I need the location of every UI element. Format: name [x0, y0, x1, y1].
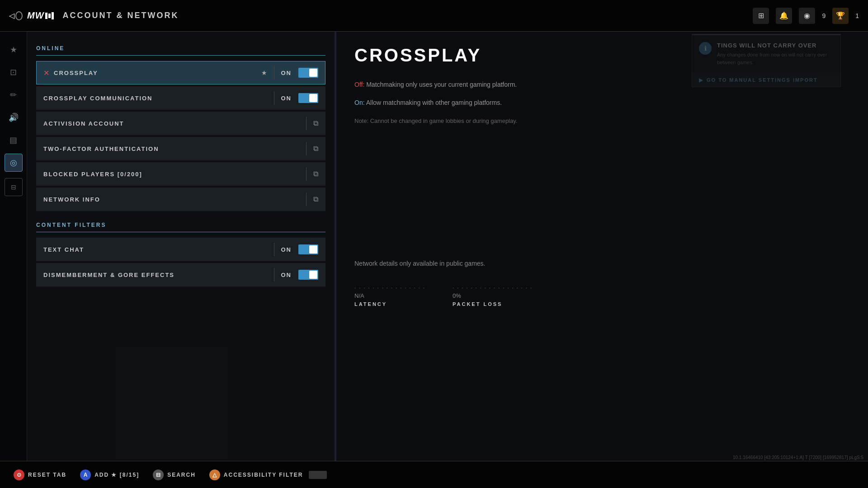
- latency-value: N/A: [354, 292, 364, 299]
- add-favorite-label: ADD ★ [8/15]: [94, 472, 139, 478]
- crossplay-comm-toggle[interactable]: [298, 93, 318, 103]
- external-link-icon: ⧉: [313, 145, 318, 153]
- divider: [274, 66, 274, 80]
- header: ◁ MW ACCOUNT & NETWORK ⊞ 🔔 ◉ 9 🏆 1: [0, 0, 868, 32]
- crossplay-row[interactable]: ✕ CROSSPLAY ★ ON: [36, 61, 326, 84]
- reset-tab-action[interactable]: ⊙ RESET TAB: [14, 469, 66, 480]
- packet-label: PACKET LOSS: [453, 301, 533, 307]
- divider: [274, 268, 274, 282]
- page-title: ACCOUNT & NETWORK: [63, 11, 179, 20]
- latency-label: LATENCY: [354, 301, 425, 307]
- dismemberment-row[interactable]: DISMEMBERMENT & GORE EFFECTS ON: [36, 263, 326, 286]
- off-label: Off:: [354, 81, 364, 88]
- debug-info: 10.1.16466410 [43:205:10124+1:A] T [7200…: [733, 455, 863, 460]
- network-stats: - - - - - - - - - - - - - - - - N/A LATE…: [354, 285, 850, 307]
- text-chat-value: ON: [281, 246, 292, 253]
- trophy-count: 1: [855, 12, 859, 19]
- sidebar: ★ ⊡ ✏ 🔊 ▤ ◎ ⊟: [0, 32, 27, 461]
- external-link-icon: ⧉: [313, 119, 318, 127]
- sidebar-item-hud[interactable]: ✏: [5, 86, 23, 104]
- header-controls: ⊞ 🔔 ◉ 9 🏆 1: [753, 8, 859, 24]
- add-favorite-action[interactable]: A ADD ★ [8/15]: [80, 469, 139, 480]
- text-chat-toggle[interactable]: [298, 244, 318, 254]
- sidebar-item-audio[interactable]: 🔊: [5, 108, 23, 127]
- accessibility-action[interactable]: △ ACCESSIBILITY FILTER: [209, 469, 327, 480]
- bottom-bar: ⊙ RESET TAB A ADD ★ [8/15] ⊟ SEARCH △ AC…: [0, 461, 868, 488]
- dismemberment-label: DISMEMBERMENT & GORE EFFECTS: [43, 272, 267, 278]
- crossplay-value: ON: [281, 70, 292, 76]
- crossplay-comm-label: CROSSPLAY COMMUNICATION: [43, 95, 267, 102]
- network-info-row[interactable]: NETWORK INFO ⧉: [36, 188, 326, 211]
- info-panel-title: CROSSPLAY: [354, 45, 850, 66]
- blocked-players-row[interactable]: BLOCKED PLAYERS [0/200] ⧉: [36, 162, 326, 186]
- text-chat-row[interactable]: TEXT CHAT ON: [36, 238, 326, 261]
- packet-value: 0%: [453, 292, 533, 299]
- game-logo: MW: [27, 10, 54, 21]
- notification-button[interactable]: 🔔: [776, 8, 792, 24]
- toggle-knob: [309, 94, 317, 102]
- settings-panel: ONLINE ✕ CROSSPLAY ★ ON CROSSPLAY COMMUN…: [27, 32, 335, 461]
- menu-button[interactable]: ⊞: [753, 8, 769, 24]
- network-available-text: Network details only available in public…: [354, 260, 850, 267]
- add-button-icon: A: [80, 469, 91, 480]
- toggle-knob: [309, 69, 317, 77]
- crossplay-toggle[interactable]: [298, 68, 318, 78]
- logo-bars: [45, 12, 54, 19]
- accessibility-label: ACCESSIBILITY FILTER: [224, 472, 303, 478]
- dismemberment-toggle[interactable]: [298, 270, 318, 280]
- info-panel: CROSSPLAY Off: Matchmaking only uses you…: [336, 32, 868, 461]
- sidebar-item-favorites[interactable]: ★: [5, 41, 23, 59]
- divider: [306, 117, 307, 130]
- back-icon: ◁: [9, 11, 14, 20]
- two-factor-label: TWO-FACTOR AUTHENTICATION: [43, 145, 299, 152]
- sidebar-item-controller[interactable]: ⊡: [5, 63, 23, 81]
- external-link-icon: ⧉: [313, 195, 318, 203]
- text-chat-label: TEXT CHAT: [43, 246, 267, 253]
- logo-text: MW: [27, 10, 44, 21]
- two-factor-row[interactable]: TWO-FACTOR AUTHENTICATION ⧉: [36, 137, 326, 160]
- back-button[interactable]: ◁: [9, 9, 23, 23]
- network-info-label: NETWORK INFO: [43, 196, 299, 203]
- section-content-filters-header: CONTENT FILTERS: [36, 222, 326, 232]
- profile-button[interactable]: ◉: [799, 8, 815, 24]
- accessibility-button-icon: △: [209, 469, 220, 480]
- off-desc: Matchmaking only uses your current gamin…: [366, 81, 517, 88]
- toggle-knob: [309, 245, 317, 253]
- crossplay-comm-value: ON: [281, 95, 292, 102]
- packet-dots: - - - - - - - - - - - - - - - - - -: [453, 285, 533, 290]
- latency-dots: - - - - - - - - - - - - - - - -: [354, 285, 425, 290]
- on-label: On:: [354, 99, 365, 106]
- divider: [306, 142, 307, 155]
- info-note: Note: Cannot be changed in game lobbies …: [354, 117, 850, 124]
- packet-loss-stat: - - - - - - - - - - - - - - - - - - 0% P…: [453, 285, 533, 307]
- main-content: ONLINE ✕ CROSSPLAY ★ ON CROSSPLAY COMMUN…: [27, 32, 868, 461]
- activision-label: ACTIVISION ACCOUNT: [43, 120, 299, 127]
- info-desc-on: On: Allow matchmaking with other gaming …: [354, 97, 850, 108]
- accessibility-toggle[interactable]: [309, 471, 327, 479]
- trophy-icon[interactable]: 🏆: [832, 8, 849, 24]
- external-link-icon: ⧉: [313, 170, 318, 178]
- activision-account-row[interactable]: ACTIVISION ACCOUNT ⧉: [36, 112, 326, 135]
- sidebar-item-network[interactable]: ◎: [5, 154, 23, 172]
- crossplay-communication-row[interactable]: CROSSPLAY COMMUNICATION ON: [36, 86, 326, 110]
- divider: [306, 192, 307, 206]
- blocked-players-label: BLOCKED PLAYERS [0/200]: [43, 171, 299, 178]
- crossplay-label: CROSSPLAY: [54, 70, 257, 76]
- reset-tab-label: RESET TAB: [28, 472, 66, 478]
- close-icon: ✕: [43, 69, 49, 77]
- search-label: SEARCH: [167, 472, 196, 478]
- on-desc: Allow matchmaking with other gaming plat…: [366, 99, 502, 106]
- section-online-header: ONLINE: [36, 45, 326, 56]
- search-button-icon: ⊟: [153, 469, 164, 480]
- network-stats-area: Network details only available in public…: [354, 260, 850, 307]
- toggle-knob: [309, 271, 317, 279]
- reset-button-icon: ⊙: [14, 469, 24, 480]
- sidebar-item-display[interactable]: ▤: [5, 131, 23, 149]
- info-desc-off: Off: Matchmaking only uses your current …: [354, 79, 850, 90]
- circle-icon: [15, 11, 23, 20]
- latency-stat: - - - - - - - - - - - - - - - - N/A LATE…: [354, 285, 425, 307]
- search-action[interactable]: ⊟ SEARCH: [153, 469, 196, 480]
- dismemberment-value: ON: [281, 272, 292, 278]
- divider: [274, 91, 274, 105]
- sidebar-item-account[interactable]: ⊟: [5, 178, 23, 196]
